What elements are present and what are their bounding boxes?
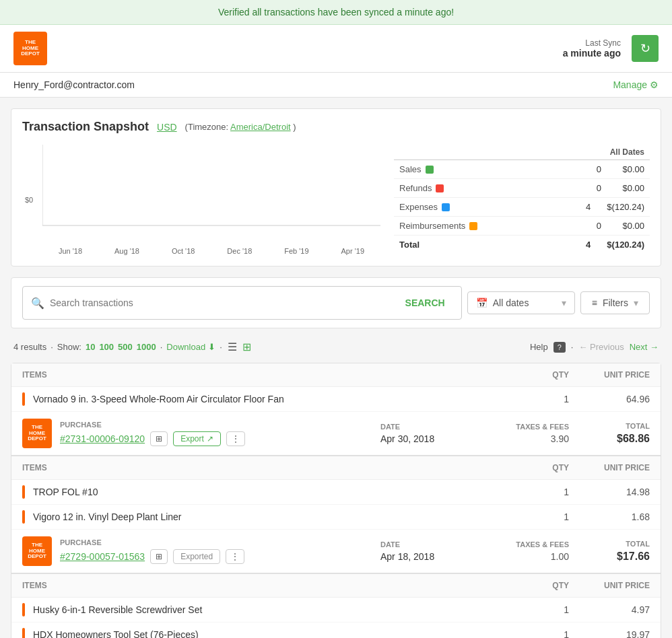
download-icon: ⬇ xyxy=(208,342,215,352)
snapshot-title: Transaction Snapshot xyxy=(22,120,149,134)
search-button[interactable]: SEARCH xyxy=(397,292,453,314)
tx-spreadsheet-btn-0[interactable]: ⊞ xyxy=(150,431,168,446)
item-qty: 1 xyxy=(515,511,569,522)
sync-icon: ↻ xyxy=(640,41,650,56)
chevron-down-icon: ▾ xyxy=(562,297,566,308)
item-name: Vigoro 12 in. Vinyl Deep Plant Liner xyxy=(33,511,515,522)
download-label: Download xyxy=(166,342,205,352)
list-item: Husky 6-in-1 Reversible Screwdriver Set … xyxy=(11,598,661,623)
stats-total-count: 4 xyxy=(586,240,591,250)
timezone-link[interactable]: America/Detroit xyxy=(230,122,291,132)
tx-purchase-id-row-0: #2731-00006-09120 ⊞ Export ↗ ⋮ xyxy=(60,431,367,446)
stats-sales-amount: $0.00 xyxy=(617,164,644,174)
manage-label: Manage xyxy=(613,79,647,90)
chart-y-label: $0 xyxy=(25,196,33,204)
col-unit-price-2: UNIT PRICE xyxy=(569,581,650,590)
app-header: THEHOMEDEPOT Last Sync a minute ago ↻ xyxy=(0,25,672,73)
tx-taxes-1: TAXES & FEES 1.00 xyxy=(475,540,569,562)
show-1000[interactable]: 1000 xyxy=(137,342,156,352)
chart-container: $0 Jun '18 Aug '18 Oct '18 Dec '18 Feb '… xyxy=(22,145,380,255)
item-qty: 1 xyxy=(515,487,569,497)
tx-export-icon-0: ↗ xyxy=(207,434,213,444)
currency-link[interactable]: USD xyxy=(157,122,177,133)
col-items-1: ITEMS xyxy=(22,463,515,472)
next-button[interactable]: Next → xyxy=(630,342,659,352)
col-qty-2: QTY xyxy=(515,581,569,590)
tx-purchase-row-1: THEHOMEDEPOT PURCHASE #2729-00057-01563 … xyxy=(11,530,661,573)
download-link[interactable]: Download ⬇ xyxy=(166,342,215,352)
tx-purchase-row-0: THEHOMEDEPOT PURCHASE #2731-00006-09120 … xyxy=(11,412,661,455)
tx-purchase-id-0[interactable]: #2731-00006-09120 xyxy=(60,433,145,444)
tx-export-btn-0[interactable]: Export ↗ xyxy=(173,431,221,446)
tx-spreadsheet-btn-1[interactable]: ⊞ xyxy=(150,549,168,564)
show-10[interactable]: 10 xyxy=(86,342,95,352)
filters-label: Filters xyxy=(603,297,628,308)
tx-purchase-label-0: PURCHASE xyxy=(60,421,367,429)
stats-sales-values: 0 $0.00 xyxy=(574,164,644,174)
last-sync-label: Last Sync xyxy=(563,38,621,48)
item-name: TROP FOL #10 xyxy=(33,487,515,497)
chart-svg xyxy=(42,145,380,246)
list-view-icon[interactable]: ☰ xyxy=(226,339,238,355)
stats-label-reimbursements: Reimbursements xyxy=(399,221,477,231)
tx-purchase-id-1[interactable]: #2729-00057-01563 xyxy=(60,551,145,562)
item-accent xyxy=(22,485,25,499)
expenses-dot xyxy=(442,203,450,211)
grid-view-icon[interactable]: ⊞ xyxy=(241,339,253,355)
list-item: Vornado 9 in. 3-Speed Whole-Room Air Cir… xyxy=(11,387,661,412)
show-100[interactable]: 100 xyxy=(99,342,114,352)
tx-date-val-0: Apr 30, 2018 xyxy=(380,433,475,444)
manage-link[interactable]: Manage ⚙ xyxy=(613,79,659,90)
tx-group-1: ITEMS QTY UNIT PRICE TROP FOL #10 1 14.9… xyxy=(11,456,661,574)
stats-table: All Dates Sales 0 $0.00 Refunds xyxy=(394,145,650,255)
help-badge[interactable]: ? xyxy=(553,342,566,353)
results-left: 4 results · Show: 10 100 500 1000 · Down… xyxy=(13,339,253,355)
transactions-table: ITEMS QTY UNIT PRICE Vornado 9 in. 3-Spe… xyxy=(11,363,661,638)
chart-x-5: Apr '19 xyxy=(341,247,365,255)
item-name: HDX Homeowners Tool Set (76-Pieces) xyxy=(33,629,515,638)
tx-taxes-val-0: 3.90 xyxy=(475,433,569,444)
help-label: Help xyxy=(530,342,548,352)
user-email: Henry_Ford@contractor.com xyxy=(13,79,135,90)
list-item: Vigoro 12 in. Vinyl Deep Plant Liner 1 1… xyxy=(11,505,661,530)
list-item: TROP FOL #10 1 14.98 xyxy=(11,480,661,505)
tx-taxes-label-0: TAXES & FEES xyxy=(475,423,569,431)
stats-total-label: Total xyxy=(399,240,419,250)
tx-logo-1: THEHOMEDEPOT xyxy=(22,536,52,566)
date-filter[interactable]: 📅 All dates ▾ xyxy=(467,291,575,314)
tx-more-btn-1[interactable]: ⋮ xyxy=(226,549,244,564)
results-bar: 4 results · Show: 10 100 500 1000 · Down… xyxy=(11,334,661,360)
stats-label-expenses-text: Expenses xyxy=(399,202,438,212)
sales-dot xyxy=(426,166,434,174)
top-banner: Verified all transactions have been sync… xyxy=(0,0,672,25)
search-bar: 🔍 SEARCH 📅 All dates ▾ ≡ Filters ▾ xyxy=(22,286,650,320)
col-items-2: ITEMS xyxy=(22,581,515,590)
tx-purchase-info-0: PURCHASE #2731-00006-09120 ⊞ Export ↗ ⋮ xyxy=(60,421,367,446)
last-sync-section: Last Sync a minute ago xyxy=(563,38,621,59)
chart-x-1: Aug '18 xyxy=(114,247,139,255)
chart-x-labels: Jun '18 Aug '18 Oct '18 Dec '18 Feb '19 … xyxy=(42,247,380,255)
item-unit-price: 14.98 xyxy=(569,487,650,497)
sync-button[interactable]: ↻ xyxy=(632,35,659,62)
stats-row-sales: Sales 0 $0.00 xyxy=(394,160,650,179)
user-bar: Henry_Ford@contractor.com Manage ⚙ xyxy=(0,73,672,98)
item-unit-price: 1.68 xyxy=(569,511,650,522)
tx-more-btn-0[interactable]: ⋮ xyxy=(226,431,245,446)
logo-text: THEHOMEDEPOT xyxy=(21,40,40,57)
calendar-icon: 📅 xyxy=(476,297,488,308)
show-500[interactable]: 500 xyxy=(118,342,133,352)
app-logo: THEHOMEDEPOT xyxy=(13,32,47,65)
chart-x-2: Oct '18 xyxy=(172,247,195,255)
chart-x-4: Feb '19 xyxy=(284,247,308,255)
tx-logo-0: THEHOMEDEPOT xyxy=(22,419,52,448)
show-label: Show: xyxy=(57,342,81,352)
stats-label-reimbursements-text: Reimbursements xyxy=(399,221,465,231)
spreadsheet-icon-0: ⊞ xyxy=(156,434,162,444)
results-count: 4 results xyxy=(13,342,46,352)
tx-exported-badge-1: Exported xyxy=(173,549,220,564)
prev-button[interactable]: ← Previous xyxy=(578,342,624,352)
search-input[interactable] xyxy=(50,297,392,308)
more-icon-1: ⋮ xyxy=(231,552,239,561)
stats-sales-count: 0 xyxy=(574,164,601,174)
filters-button[interactable]: ≡ Filters ▾ xyxy=(580,291,650,314)
